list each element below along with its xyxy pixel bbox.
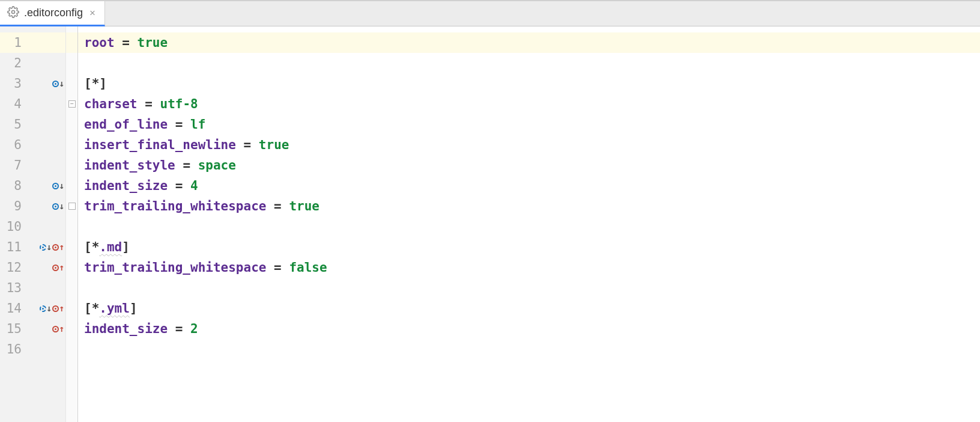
gutter-row[interactable]: 5	[0, 114, 65, 135]
token-pat-wavy: .yml	[99, 301, 130, 316]
gutter-row[interactable]: 4	[0, 94, 65, 114]
gutter-row[interactable]: 9↓	[0, 196, 65, 216]
line-number: 16	[0, 339, 24, 359]
override-up-icon[interactable]: ↑	[52, 237, 64, 257]
override-up-icon[interactable]: ↑	[52, 319, 64, 339]
code-line[interactable]: trim_trailing_whitespace = true	[84, 196, 980, 216]
token-plain	[282, 260, 289, 275]
tab-label: .editorconfig	[24, 7, 83, 19]
code-area[interactable]: root = true [*]charset = utf-8end_of_lin…	[78, 26, 980, 422]
override-up-icon[interactable]: ↑	[52, 257, 64, 278]
code-line[interactable]: indent_style = space	[84, 155, 980, 176]
token-op: *	[92, 301, 100, 316]
token-plain	[266, 199, 274, 213]
fold-row	[66, 114, 77, 135]
token-val: utf-8	[160, 97, 198, 111]
line-number: 10	[0, 216, 24, 237]
token-op: =	[145, 97, 153, 111]
code-line[interactable]: end_of_line = lf	[84, 114, 980, 135]
code-editor[interactable]: 123↓45678↓9↓1011↓↑12↑1314↓↑15↑16 − root …	[0, 26, 980, 422]
close-icon[interactable]: ×	[88, 8, 97, 18]
token-br: ]	[130, 301, 138, 316]
line-number: 8	[0, 176, 24, 196]
line-number: 7	[0, 155, 24, 176]
token-op: =	[274, 199, 282, 213]
fold-row	[66, 319, 77, 339]
token-plain	[168, 117, 175, 132]
token-val: 4	[190, 179, 198, 193]
token-plain	[190, 158, 198, 173]
code-line[interactable]	[84, 339, 980, 359]
code-line[interactable]: indent_size = 2	[84, 319, 980, 339]
code-line[interactable]: [*]	[84, 73, 980, 94]
line-number: 5	[0, 114, 24, 135]
token-plain	[130, 35, 138, 50]
fold-row	[66, 32, 77, 53]
tab-editorconfig[interactable]: .editorconfig ×	[0, 1, 105, 26]
line-number: 3	[0, 73, 24, 94]
token-op: =	[175, 117, 183, 132]
token-br: ]	[122, 240, 130, 254]
token-val: true	[259, 138, 289, 152]
override-partial-icon[interactable]: ↓	[40, 237, 52, 257]
gutter-row[interactable]: 2	[0, 53, 65, 73]
gutter-row[interactable]: 8↓	[0, 176, 65, 196]
override-down-icon[interactable]: ↓	[52, 73, 64, 94]
tab-bar: .editorconfig ×	[0, 0, 980, 26]
fold-row	[66, 196, 77, 216]
token-plain	[153, 97, 160, 111]
token-plain	[266, 260, 274, 275]
token-plain	[183, 117, 190, 132]
fold-row: −	[66, 94, 77, 114]
gutter-marks: ↓	[24, 176, 65, 196]
code-line[interactable]: [*.md]	[84, 237, 980, 257]
override-partial-icon[interactable]: ↓	[40, 298, 52, 319]
line-number: 11	[0, 237, 24, 257]
code-line[interactable]	[84, 216, 980, 237]
fold-collapse-icon[interactable]: −	[68, 100, 76, 108]
line-number: 14	[0, 298, 24, 319]
code-line[interactable]: root = true	[78, 32, 980, 53]
code-line[interactable]	[84, 53, 980, 73]
override-up-icon[interactable]: ↑	[52, 298, 64, 319]
token-plain	[236, 138, 244, 152]
code-line[interactable]: trim_trailing_whitespace = false	[84, 257, 980, 278]
token-plain	[183, 322, 190, 336]
gutter: 123↓45678↓9↓1011↓↑12↑1314↓↑15↑16	[0, 26, 66, 422]
token-plain	[282, 199, 289, 213]
token-val: false	[289, 260, 327, 275]
gutter-row[interactable]: 15↑	[0, 319, 65, 339]
code-line[interactable]: charset = utf-8	[84, 94, 980, 114]
token-key: insert_final_newline	[84, 138, 236, 152]
code-line[interactable]: [*.yml]	[84, 298, 980, 319]
gear-icon	[7, 6, 19, 20]
fold-end-icon[interactable]	[68, 203, 76, 210]
line-number: 15	[0, 319, 24, 339]
override-down-icon[interactable]: ↓	[52, 176, 64, 196]
token-key: indent_size	[84, 179, 168, 193]
gutter-row[interactable]: 6	[0, 135, 65, 155]
code-line[interactable]	[84, 278, 980, 298]
fold-row	[66, 53, 77, 73]
gutter-row[interactable]: 14↓↑	[0, 298, 65, 319]
gutter-row[interactable]: 12↑	[0, 257, 65, 278]
gutter-row[interactable]: 10	[0, 216, 65, 237]
token-key: indent_size	[84, 322, 168, 336]
gutter-row[interactable]: 7	[0, 155, 65, 176]
override-down-icon[interactable]: ↓	[52, 196, 64, 216]
token-val: lf	[190, 117, 205, 132]
gutter-row[interactable]: 13	[0, 278, 65, 298]
token-br: [	[84, 76, 92, 91]
line-number: 4	[0, 94, 24, 114]
gutter-marks: ↑	[24, 257, 65, 278]
line-number: 13	[0, 278, 24, 298]
gutter-row[interactable]: 1	[0, 32, 65, 53]
gutter-row[interactable]: 11↓↑	[0, 237, 65, 257]
gutter-row[interactable]: 3↓	[0, 73, 65, 94]
fold-row	[66, 135, 77, 155]
token-op: =	[183, 158, 190, 173]
code-line[interactable]: indent_size = 4	[84, 176, 980, 196]
fold-row	[66, 237, 77, 257]
gutter-row[interactable]: 16	[0, 339, 65, 359]
code-line[interactable]: insert_final_newline = true	[84, 135, 980, 155]
